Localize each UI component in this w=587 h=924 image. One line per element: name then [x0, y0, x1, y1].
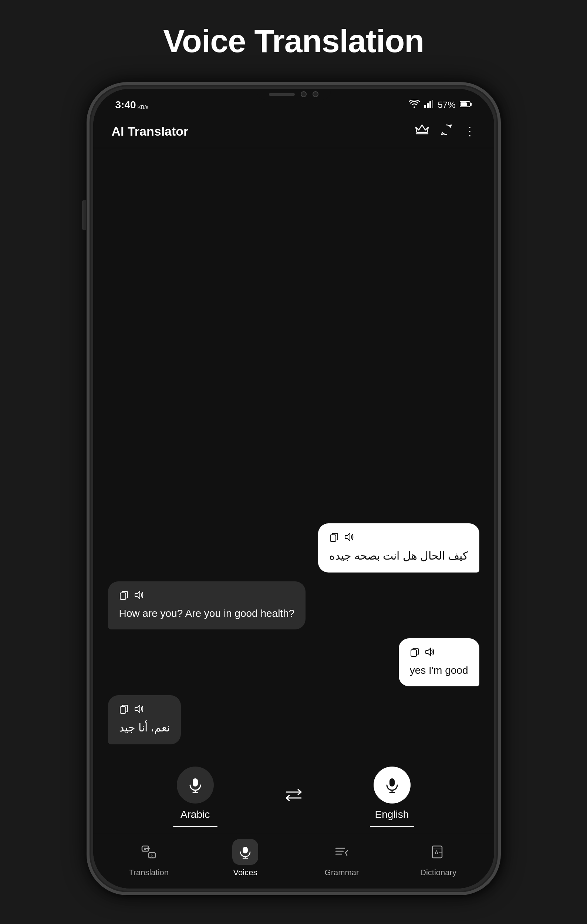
arabic-mic-button[interactable] — [177, 767, 214, 804]
bubble-text-1: كيف الحال هل انت بصحه جيده — [329, 548, 468, 564]
copy-icon-4[interactable] — [119, 704, 129, 716]
svg-rect-10 — [120, 593, 126, 599]
svg-rect-18 — [390, 778, 395, 787]
bubble-text-3: yes I'm good — [410, 663, 468, 678]
svg-rect-12 — [411, 650, 417, 657]
status-icons: 57% — [409, 100, 471, 110]
app-header: AI Translator — [93, 115, 494, 148]
battery-percent: 57% — [438, 100, 455, 110]
phone-screen: 3:40 KB/s — [93, 89, 494, 889]
dictionary-nav-icon: A↔ — [425, 839, 451, 865]
voices-nav-icon — [232, 839, 258, 865]
phone-frame: 3:40 KB/s — [86, 82, 501, 895]
svg-rect-6 — [460, 102, 467, 106]
voices-nav-label: Voices — [233, 868, 258, 878]
bubble-text-2: How are you? Are you in good health? — [119, 606, 295, 620]
bubble-text-4: نعم، أنا جيد — [119, 720, 170, 736]
english-mic-button[interactable] — [374, 767, 410, 804]
speaker-icon-2[interactable] — [134, 590, 144, 602]
speaker-icon-1[interactable] — [344, 532, 354, 544]
svg-rect-0 — [424, 105, 426, 108]
english-label: English — [375, 808, 409, 820]
svg-rect-3 — [432, 100, 433, 108]
grammar-nav-label: Grammar — [325, 868, 359, 878]
battery-icon — [460, 100, 471, 110]
signal-icon — [424, 100, 433, 110]
arabic-section: Arabic — [108, 767, 283, 827]
speaker-icon-3[interactable] — [425, 647, 435, 659]
refresh-icon[interactable] — [440, 124, 453, 139]
nav-item-voices[interactable]: Voices — [197, 839, 294, 878]
bottom-nav: A 文 Translation — [93, 833, 494, 889]
chat-bubble-1: كيف الحال هل انت بصحه جيده — [318, 523, 480, 573]
nav-item-dictionary[interactable]: A↔ Dictionary — [390, 839, 487, 878]
app-title: AI Translator — [112, 124, 189, 139]
svg-text:A: A — [144, 847, 147, 851]
side-button — [82, 200, 86, 230]
nav-item-grammar[interactable]: Grammar — [294, 839, 390, 878]
svg-rect-25 — [243, 847, 248, 853]
menu-icon[interactable]: ⋮ — [464, 124, 476, 138]
chat-area: كيف الحال هل انت بصحه جيده — [93, 148, 494, 756]
page-title: Voice Translation — [163, 22, 424, 60]
status-kb: KB/s — [137, 104, 149, 110]
english-section: English — [305, 767, 480, 827]
svg-text:文: 文 — [150, 854, 154, 858]
translation-nav-label: Translation — [129, 868, 169, 878]
svg-text:A↔: A↔ — [435, 849, 443, 855]
status-time: 3:40 KB/s — [116, 99, 149, 111]
chat-bubble-2: How are you? Are you in good health? — [108, 581, 306, 629]
phone-device: 3:40 KB/s — [86, 82, 501, 895]
swap-button[interactable] — [283, 788, 305, 806]
speaker-icon-4[interactable] — [134, 704, 144, 716]
svg-rect-5 — [470, 103, 471, 106]
svg-rect-2 — [430, 101, 431, 108]
dictionary-nav-label: Dictionary — [420, 868, 456, 878]
chat-bubble-4: نعم، أنا جيد — [108, 695, 181, 744]
nav-item-translation[interactable]: A 文 Translation — [101, 839, 197, 878]
header-icons: ⋮ — [415, 124, 476, 139]
svg-rect-14 — [120, 707, 126, 713]
svg-rect-8 — [330, 535, 336, 541]
copy-icon-3[interactable] — [410, 647, 420, 659]
copy-icon-1[interactable] — [329, 532, 339, 544]
wifi-icon — [409, 100, 420, 110]
crown-icon[interactable] — [415, 124, 429, 138]
svg-rect-15 — [193, 778, 198, 787]
english-underline — [370, 826, 414, 827]
chat-bubble-3: yes I'm good — [399, 638, 480, 686]
translation-nav-icon: A 文 — [136, 839, 162, 865]
arabic-label: Arabic — [180, 808, 210, 820]
grammar-nav-icon — [329, 839, 355, 865]
copy-icon-2[interactable] — [119, 590, 129, 602]
arabic-underline — [173, 826, 218, 827]
language-controls: Arabic — [93, 756, 494, 833]
svg-rect-1 — [427, 103, 429, 108]
